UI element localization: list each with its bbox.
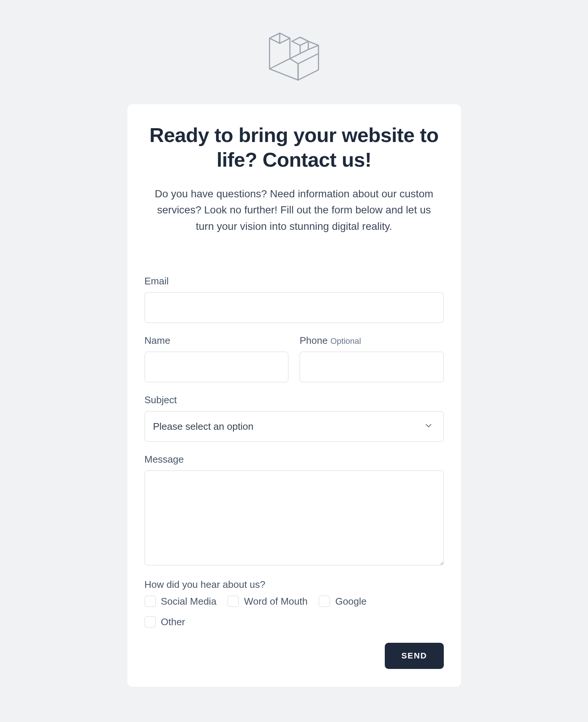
- message-group: Message: [145, 454, 444, 567]
- name-label: Name: [145, 335, 289, 346]
- checkbox-icon: [228, 596, 239, 607]
- heard-option-label: Google: [335, 596, 366, 607]
- heard-option-label: Social Media: [161, 596, 217, 607]
- name-field[interactable]: [145, 352, 289, 382]
- page-title: Ready to bring your website to life? Con…: [145, 123, 444, 172]
- name-group: Name: [145, 335, 289, 382]
- subject-label: Subject: [145, 394, 444, 406]
- heard-group: How did you hear about us? Social Media …: [145, 579, 444, 628]
- send-button[interactable]: SEND: [385, 643, 443, 669]
- heard-option-label: Word of Mouth: [244, 596, 307, 607]
- checkbox-icon: [319, 596, 330, 607]
- heard-options: Social Media Word of Mouth Google Other: [145, 596, 444, 628]
- heard-option-label: Other: [161, 616, 185, 628]
- heard-option-social-media[interactable]: Social Media: [145, 596, 217, 607]
- subject-group: Subject Please select an option: [145, 394, 444, 442]
- email-field[interactable]: [145, 292, 444, 323]
- page-wrapper: Ready to bring your website to life? Con…: [127, 28, 461, 687]
- subject-select-wrap: Please select an option: [145, 411, 444, 442]
- checkbox-icon: [145, 616, 156, 627]
- checkbox-icon: [145, 596, 156, 607]
- phone-optional-text: Optional: [330, 336, 361, 346]
- heard-label: How did you hear about us?: [145, 579, 444, 590]
- laravel-logo-icon: [268, 28, 320, 83]
- phone-label-text: Phone: [300, 335, 328, 346]
- contact-form: Email Name Phone Optional Subject: [145, 275, 444, 669]
- heard-option-word-of-mouth[interactable]: Word of Mouth: [228, 596, 307, 607]
- contact-card: Ready to bring your website to life? Con…: [127, 104, 461, 687]
- message-field[interactable]: [145, 470, 444, 565]
- page-subtitle: Do you have questions? Need information …: [152, 186, 436, 234]
- phone-field[interactable]: [300, 352, 444, 382]
- email-label: Email: [145, 275, 444, 287]
- phone-label: Phone Optional: [300, 335, 444, 346]
- heard-option-google[interactable]: Google: [319, 596, 366, 607]
- phone-group: Phone Optional: [300, 335, 444, 382]
- name-phone-row: Name Phone Optional: [145, 335, 444, 382]
- subject-select[interactable]: Please select an option: [145, 411, 444, 442]
- heard-option-other[interactable]: Other: [145, 616, 444, 628]
- button-row: SEND: [145, 643, 444, 669]
- message-label: Message: [145, 454, 444, 465]
- email-group: Email: [145, 275, 444, 323]
